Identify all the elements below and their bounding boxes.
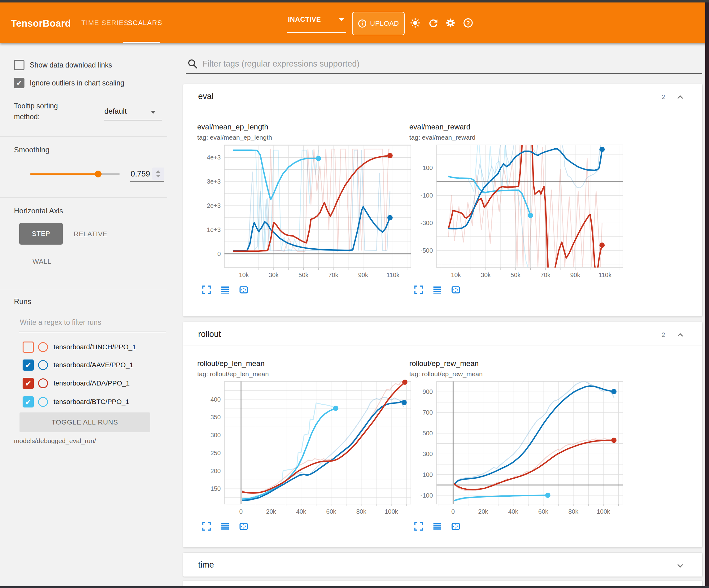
svg-text:30k: 30k	[481, 272, 491, 278]
fit-domain-icon[interactable]	[451, 521, 461, 532]
collapse-chevron-up-icon[interactable]	[675, 330, 685, 340]
svg-text:-100: -100	[420, 192, 433, 199]
search-icon	[187, 58, 198, 69]
axis-step-button[interactable]: STEP	[19, 223, 63, 245]
data-table-icon[interactable]	[432, 521, 443, 532]
section-header-divider	[183, 346, 702, 346]
svg-text:250: 250	[211, 450, 221, 456]
expand-chart-icon[interactable]	[414, 285, 424, 296]
stepper-down-icon[interactable]	[156, 175, 160, 177]
ignore-outliers-checkbox[interactable]: ✔	[14, 78, 24, 88]
run-color-circle[interactable]	[38, 378, 48, 388]
run-color-circle[interactable]	[38, 397, 48, 407]
stepper-up-icon[interactable]	[156, 170, 160, 173]
svg-text:0: 0	[239, 508, 243, 515]
toggle-all-runs-button[interactable]: TOGGLE ALL RUNS	[20, 412, 150, 432]
line-chart-rollout-ep-rew-mean[interactable]: -100100300500700900020k40k60k80k100k	[409, 380, 626, 517]
svg-text:30k: 30k	[269, 272, 279, 278]
svg-text:20k: 20k	[478, 508, 488, 515]
fit-domain-icon[interactable]	[239, 285, 249, 296]
expand-chart-icon[interactable]	[414, 521, 424, 532]
svg-text:10k: 10k	[239, 272, 249, 278]
run-label: tensorboard/AAVE/PPO_1	[54, 361, 133, 369]
svg-text:300: 300	[423, 451, 433, 457]
upload-button[interactable]: UPLOAD	[352, 12, 405, 35]
svg-text:?: ?	[466, 20, 470, 26]
axis-relative-button[interactable]: RELATIVE	[74, 230, 107, 238]
help-icon[interactable]: ?	[463, 17, 474, 28]
section-title: rollout	[198, 329, 221, 339]
brightness-icon[interactable]	[410, 17, 421, 28]
status-dropdown[interactable]: INACTIVE	[288, 2, 344, 36]
status-value: INACTIVE	[288, 16, 321, 24]
chart-canvas: 01e+32e+33e+34e+310k30k50k70k90k110k	[197, 143, 414, 279]
tooltip-sorting-label: Tooltip sorting method:	[14, 101, 85, 122]
smoothing-slider-thumb[interactable]	[95, 171, 102, 177]
svg-text:50k: 50k	[510, 272, 521, 278]
svg-text:60k: 60k	[326, 508, 337, 515]
svg-text:90k: 90k	[570, 272, 580, 278]
svg-text:40k: 40k	[296, 508, 306, 515]
svg-text:-300: -300	[420, 220, 433, 226]
svg-text:10k: 10k	[451, 272, 461, 278]
data-table-icon[interactable]	[220, 521, 231, 532]
sidebar-divider	[0, 136, 167, 136]
data-table-icon[interactable]	[432, 285, 443, 296]
run-checkbox[interactable]: ✔	[23, 378, 34, 389]
svg-text:100k: 100k	[385, 508, 398, 515]
settings-gear-icon[interactable]	[445, 17, 456, 28]
chart-title: rollout/ep_len_mean	[197, 359, 414, 368]
section-card-partial	[183, 581, 702, 586]
run-color-circle[interactable]	[38, 360, 48, 370]
run-checkbox[interactable]: ✔	[23, 341, 34, 353]
tab-scalars[interactable]: SCALARS	[128, 2, 162, 43]
status-dropdown-underline	[287, 32, 346, 33]
tab-time-series[interactable]: TIME SERIES	[81, 2, 129, 43]
chart-tag: tag: eval/mean_ep_length	[197, 134, 414, 141]
expand-chart-icon[interactable]	[202, 521, 212, 532]
section-chart-count: 2	[662, 331, 665, 338]
line-chart-eval-mean-ep-length[interactable]: 01e+32e+33e+34e+310k30k50k70k90k110k	[197, 143, 414, 281]
window-scrollbar-strip[interactable]	[705, 0, 709, 588]
line-chart-eval-mean-reward[interactable]: 100-100-300-50010k30k50k70k90k110k	[409, 143, 626, 281]
section-header-rollout[interactable]: rollout 2	[183, 322, 702, 346]
chart-block-eval-mean-reward: eval/mean_reward tag: eval/mean_reward 1…	[409, 123, 626, 296]
run-color-circle[interactable]	[38, 342, 48, 352]
axis-wall-button[interactable]: WALL	[32, 258, 51, 266]
fit-domain-icon[interactable]	[239, 521, 249, 532]
tooltip-sorting-select[interactable]: default	[104, 107, 127, 116]
svg-text:500: 500	[423, 430, 433, 437]
smoothing-slider-fill	[30, 173, 98, 175]
window-top-strip	[0, 0, 709, 2]
smoothing-stepper[interactable]	[152, 168, 164, 180]
collapse-chevron-down-icon[interactable]	[675, 561, 685, 571]
svg-text:0: 0	[217, 251, 221, 257]
svg-text:350: 350	[211, 414, 221, 420]
runs-filter-underline	[19, 332, 166, 332]
show-download-links-checkbox[interactable]: ✔	[14, 60, 24, 70]
runs-base-path: models/debugged_eval_run/	[14, 437, 96, 445]
runs-filter-input[interactable]	[19, 316, 163, 329]
data-table-icon[interactable]	[220, 285, 231, 296]
svg-text:100: 100	[423, 471, 433, 478]
section-header-time[interactable]: time	[183, 553, 702, 576]
chart-tag: tag: rollout/ep_len_mean	[197, 370, 414, 378]
collapse-chevron-up-icon[interactable]	[675, 92, 685, 102]
smoothing-value-input[interactable]	[130, 167, 154, 180]
run-checkbox[interactable]: ✔	[23, 359, 34, 370]
line-chart-rollout-ep-len-mean[interactable]: 150200250300350400020k40k60k80k100k	[197, 380, 414, 517]
chart-title: eval/mean_ep_length	[197, 123, 414, 131]
filter-tags-input[interactable]	[202, 56, 667, 72]
svg-text:40k: 40k	[508, 508, 518, 515]
svg-text:70k: 70k	[540, 272, 550, 278]
app-header: TensorBoard TIME SERIES SCALARS INACTIVE…	[0, 2, 709, 43]
run-row-aave: ✔ tensorboard/AAVE/PPO_1	[0, 359, 133, 370]
section-header-divider	[183, 108, 702, 108]
expand-chart-icon[interactable]	[202, 285, 212, 296]
chart-tag: tag: rollout/ep_rew_mean	[409, 370, 626, 378]
refresh-icon[interactable]	[427, 17, 439, 28]
section-header-eval[interactable]: eval 2	[183, 84, 702, 108]
fit-domain-icon[interactable]	[451, 285, 461, 296]
run-checkbox[interactable]: ✔	[23, 397, 34, 408]
svg-text:60k: 60k	[539, 508, 549, 515]
